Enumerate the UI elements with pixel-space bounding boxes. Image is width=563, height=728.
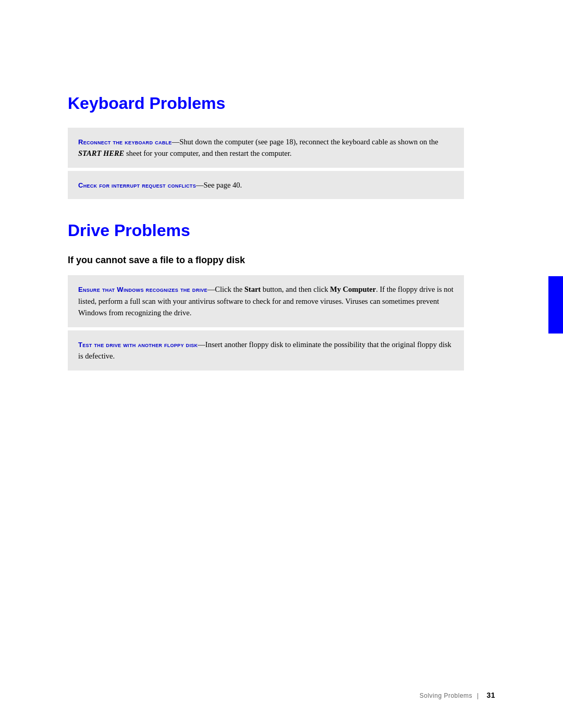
ensure-windows-box: Ensure that Windows recognizes the drive… (68, 275, 464, 327)
check-interrupt-box: Check for interrupt request conflicts—Se… (68, 171, 464, 199)
drive-section-title: Drive Problems (68, 221, 464, 240)
page-number: 31 (486, 691, 495, 699)
check-interrupt-text: Check for interrupt request conflicts—Se… (78, 179, 454, 191)
footer: Solving Problems | 31 (420, 691, 495, 699)
footer-separator: | (477, 692, 479, 699)
ensure-windows-label: Ensure that Windows recognizes the drive (78, 286, 207, 293)
reconnect-dash: — (172, 138, 180, 146)
floppy-disk-subsection: If you cannot save a file to a floppy di… (68, 255, 464, 266)
keyboard-section-title: Keyboard Problems (68, 94, 464, 113)
start-bold: Start (244, 285, 261, 293)
reconnect-box: Reconnect the keyboard cable—Shut down t… (68, 128, 464, 168)
drive-section: Drive Problems If you cannot save a file… (68, 221, 464, 370)
check-interrupt-label: Check for interrupt request conflicts (78, 181, 196, 189)
keyboard-boxes: Reconnect the keyboard cable—Shut down t… (68, 128, 464, 199)
check-interrupt-dash: — (196, 181, 204, 189)
test-drive-dash: — (198, 340, 205, 349)
ensure-windows-text: Ensure that Windows recognizes the drive… (78, 283, 454, 318)
reconnect-box-text: Reconnect the keyboard cable—Shut down t… (78, 136, 454, 159)
test-drive-box: Test the drive with another floppy disk—… (68, 330, 464, 371)
ensure-dash: — (207, 285, 215, 293)
test-drive-label: Test the drive with another floppy disk (78, 341, 198, 349)
blue-sidebar-tab (548, 276, 563, 334)
test-drive-text: Test the drive with another floppy disk—… (78, 339, 454, 362)
page-content: Keyboard Problems Reconnect the keyboard… (68, 94, 464, 374)
reconnect-label: Reconnect the keyboard cable (78, 138, 172, 146)
start-here-text: START HERE (78, 149, 124, 157)
mycomputer-bold: My Computer (330, 285, 376, 293)
footer-text: Solving Problems (420, 692, 472, 699)
